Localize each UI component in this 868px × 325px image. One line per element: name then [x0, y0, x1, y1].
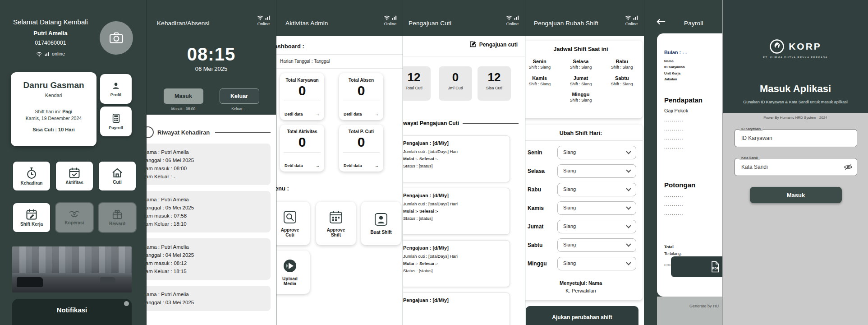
id-karyawan-field: ID Karyawan: [735, 129, 857, 147]
attendance-history-section: Riwayat Kehadiran Nama : Putri Amelia Ta…: [147, 115, 276, 325]
chevron-down-icon: [626, 204, 631, 209]
car: [17, 277, 43, 287]
day-shift: Shift : Siang: [602, 82, 643, 86]
wifi-icon: [625, 15, 632, 20]
attendance-record: Nama : Putri Amelia Tanggal : 06 Mei 202…: [147, 144, 271, 185]
divider: [343, 152, 380, 153]
detail-link-label: Detil data: [285, 163, 303, 168]
attendance-record: Nama : Putri Amelia Tanggal : 03 Mei 202…: [147, 286, 271, 311]
divider: [284, 152, 321, 153]
day-name: Sabtu: [602, 75, 643, 81]
stat-label: Total Cuti: [403, 86, 431, 90]
shift-select[interactable]: Siang: [557, 201, 636, 215]
upload-media-tile[interactable]: Upload Media: [276, 251, 310, 294]
detail-link[interactable]: Detil data→: [344, 112, 379, 116]
shift-screen: Pengajuan Rubah Shift Online Jadwal Shif…: [525, 0, 644, 325]
mulai-line: Mulai :- Selesai :-: [403, 156, 504, 161]
menu-tile-label: Buat Shift: [367, 230, 395, 235]
online-indicator: Online: [383, 15, 397, 26]
id-karyawan-input[interactable]: [735, 129, 857, 147]
jadwal-cell: SelasaShift : Siang: [560, 59, 601, 70]
stat-value: 12: [403, 70, 431, 84]
kata-sandi-input[interactable]: [735, 158, 857, 176]
online-label: Online: [625, 21, 638, 26]
bulan-line: Bulan : - -: [664, 50, 720, 55]
buat-shift-tile[interactable]: Buat Shift: [361, 202, 401, 245]
approve-shift-tile[interactable]: Approve Shift: [316, 202, 356, 245]
detail-link[interactable]: Detil data→: [285, 163, 320, 168]
masuk-login-button[interactable]: Masuk: [750, 187, 842, 203]
online-status: online: [6, 51, 95, 56]
user-name: Putri Amelia: [6, 30, 95, 37]
profil-button[interactable]: Profil: [100, 74, 132, 104]
shift-select[interactable]: Siang: [557, 146, 636, 159]
login-header: KORP PT. KURMA DUTYA REVKA PERKASA Masuk…: [723, 0, 868, 113]
detail-link[interactable]: Detil data→: [285, 112, 320, 116]
back-button[interactable]: [656, 18, 666, 27]
ajukan-perubahan-button[interactable]: Ajukan perubahan shift: [526, 306, 638, 325]
detail-link-label: Detil data: [344, 163, 362, 168]
shift-select[interactable]: Siang: [557, 220, 636, 233]
attendance-header: Kehadiran/Absensi Online: [147, 0, 276, 36]
welcome-block: Selamat Datang Kembali Putri Amelia 0174…: [6, 18, 95, 56]
day-name: Senin: [525, 59, 560, 64]
payslip-card: Bulan : - - Nama ID Karyawan Unit Kerja …: [657, 33, 722, 297]
detail-link[interactable]: Detil data→: [344, 163, 379, 168]
stopwatch-icon: [26, 167, 37, 179]
payroll-button[interactable]: Payroll: [100, 107, 132, 136]
jumlah-line: Jumlah cuti : [totalDays] Hari: [403, 201, 504, 206]
buildings: [12, 246, 132, 273]
notifikasi-card[interactable]: Notifikasi: [12, 299, 132, 325]
admin-dashboard: Dashboard : Harian Tanggal : Tanggal Tot…: [276, 36, 403, 325]
pencil-note-icon: [469, 41, 477, 48]
approve-shift-icon: [328, 209, 344, 225]
mulai-line: Mulai :- Selesai :-: [403, 261, 504, 266]
masuk-button[interactable]: Masuk: [164, 88, 203, 104]
pdf-button[interactable]: PDF: [671, 256, 722, 277]
calculator-icon: [112, 113, 120, 123]
menu-tile-cuti[interactable]: Cuti: [98, 161, 137, 191]
calendar-check-icon: [69, 167, 80, 179]
employee-name: Danru Gasman: [11, 80, 96, 90]
day-name: Rabu: [602, 59, 643, 64]
approve-cuti-tile[interactable]: Approve Cuti: [276, 202, 310, 245]
avatar[interactable]: [100, 21, 133, 55]
menu-label: Menu :: [276, 185, 289, 192]
divider: [343, 101, 380, 101]
notification-badge: [124, 301, 129, 306]
pengajuan-cuti-button[interactable]: Pengajuan cuti: [469, 41, 518, 48]
divider: [284, 101, 321, 101]
pengajuan-line: Pengajuan : [d/M/y]: [403, 245, 504, 251]
shift-select[interactable]: Siang: [557, 257, 636, 270]
history-header: Riwayat Kehadiran: [147, 126, 271, 138]
online-label: Online: [505, 21, 519, 26]
cuti-request-card: Pengajuan : [d/M/y]: [403, 292, 510, 325]
admin-header: Aktivitas Admin Online: [276, 0, 403, 36]
brand-block: KORP: [723, 0, 868, 54]
wifi-icon: [36, 51, 42, 56]
menu-tile-reward[interactable]: Reward: [98, 202, 137, 233]
admin-screen: Aktivitas Admin Online Dashboard : Haria…: [276, 0, 403, 325]
signal-icon: [265, 15, 271, 20]
record-tanggal: Tanggal : 04 Mei 2025: [147, 251, 265, 259]
stat-card-total-karyawan: Total Karyawan 0 Detil data→: [280, 73, 324, 120]
menu-tile-kehadiran[interactable]: Kehadiran: [12, 161, 51, 191]
shift-select[interactable]: Siang: [557, 238, 636, 252]
shift-select[interactable]: Siang: [557, 164, 636, 178]
eye-off-icon[interactable]: [844, 163, 853, 172]
menu-tile-aktifitas[interactable]: Aktifitas: [55, 161, 94, 191]
menu-tile-koperasi[interactable]: Koperasi: [55, 202, 94, 233]
shift-content: Jadwal Shift Saat ini SeninShift : Siang…: [525, 36, 644, 325]
menu-tile-label: Shift Kerja: [20, 222, 43, 227]
jadwal-cell: MingguShift : Siang: [525, 92, 643, 102]
jadwal-cell: JumatShift : Siang: [560, 75, 601, 86]
menu-tile-label: Koperasi: [65, 220, 84, 225]
keluar-button[interactable]: Keluar: [220, 88, 259, 104]
street-photo: [12, 246, 132, 292]
shift-today: Shift hari ini: Pagi: [11, 109, 96, 114]
current-time: 08:15: [147, 36, 276, 65]
select-value: Siang: [563, 242, 576, 247]
page-title: Pengajuan Cuti: [409, 20, 451, 27]
shift-select[interactable]: Siang: [557, 183, 636, 196]
menu-tile-shift-kerja[interactable]: Shift Kerja: [12, 202, 51, 233]
